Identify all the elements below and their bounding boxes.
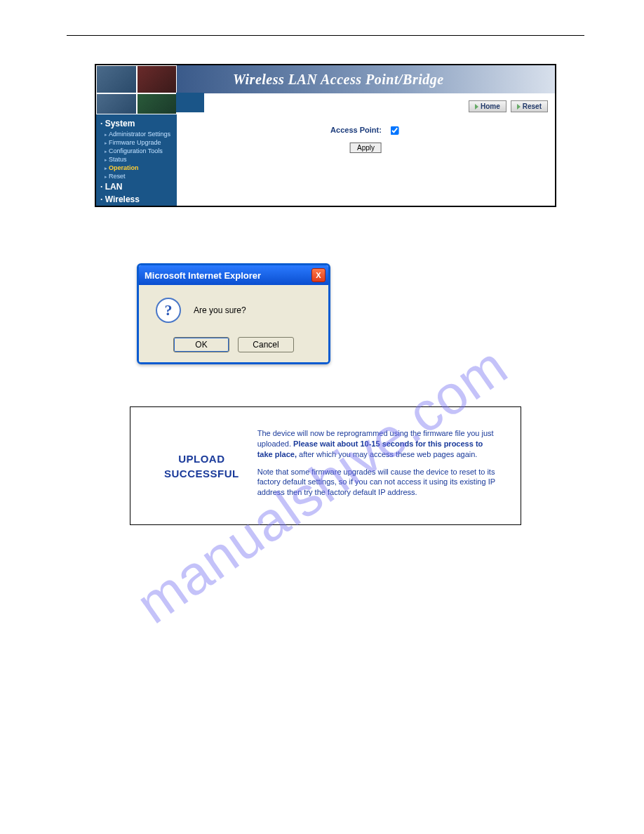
ie-confirm-dialog: Microsoft Internet Explorer X ? Are you … [137,263,330,364]
reset-button-label: Reset [523,102,542,110]
cancel-button[interactable]: Cancel [238,337,294,352]
upload-successful-heading: UPLOAD SUCCESSFUL [152,452,239,481]
nav-item-status[interactable]: Status [96,155,177,164]
router-logo-tiles-2 [96,93,177,114]
dialog-message: Are you sure? [194,305,246,315]
dialog-close-button[interactable]: X [311,268,326,282]
nav-item-configuration-tools[interactable]: Configuration Tools [96,147,177,155]
reset-button[interactable]: Reset [511,100,548,112]
router-logo-tiles [96,65,177,93]
close-icon: X [316,272,321,279]
top-rule [67,35,584,36]
upload-successful-text: The device will now be reprogrammed usin… [257,428,499,505]
dialog-title: Microsoft Internet Explorer [145,270,261,281]
nav-item-firmware-upgrade[interactable]: Firmware Upgrade [96,138,177,147]
play-icon [475,104,478,110]
access-point-label: Access Point: [330,126,382,134]
router-banner-title: Wireless LAN Access Point/Bridge [177,65,555,93]
apply-button[interactable]: Apply [350,143,382,153]
nav-item-admin-settings[interactable]: Administrator Settings [96,130,177,138]
home-button-label: Home [481,102,500,110]
upload-successful-panel: UPLOAD SUCCESSFUL The device will now be… [130,406,521,525]
upload-text-p2: Note that some firmware upgrades will ca… [257,467,499,498]
router-config-screenshot: Wireless LAN Access Point/Bridge System … [95,64,556,207]
nav-item-operation[interactable]: Operation [96,164,177,172]
question-icon: ? [156,298,181,323]
access-point-checkbox[interactable] [391,126,399,135]
play-icon [517,104,521,110]
nav-item-reset[interactable]: Reset [96,172,177,180]
home-button[interactable]: Home [469,100,507,112]
nav-head-system[interactable]: System [96,117,177,130]
nav-head-wireless[interactable]: Wireless [96,193,177,206]
upload-text-seg2: after which you may access these web pag… [297,450,477,458]
router-sidebar-nav: System Administrator Settings Firmware U… [96,114,177,206]
ok-button[interactable]: OK [173,337,229,352]
nav-head-lan[interactable]: LAN [96,180,177,193]
